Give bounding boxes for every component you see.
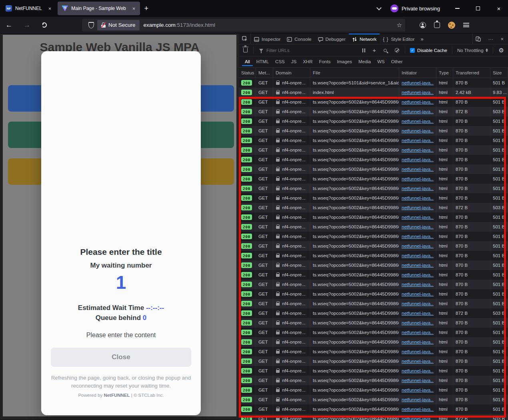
tab-close-icon[interactable]: × [132, 6, 136, 12]
table-row[interactable]: 200GETnf4-onpre...ts.wseq?opcode=5002&ke… [239, 145, 508, 155]
filter-pill-js[interactable]: JS [288, 58, 299, 66]
initiator-link[interactable]: netfunnel-java... [402, 397, 434, 402]
devtools-meatball-menu-icon[interactable]: ··· [485, 36, 496, 42]
table-row[interactable]: 200GETnf4-onpre...ts.wseq?opcode=5002&ke… [239, 155, 508, 164]
column-header[interactable]: Transferred [453, 68, 490, 78]
initiator-link[interactable]: netfunnel-java... [402, 80, 434, 85]
disable-cache-control[interactable]: ✓ Disable Cache [410, 48, 447, 53]
initiator-link[interactable]: netfunnel-java... [402, 407, 434, 412]
table-row[interactable]: 200GETnf4-onpre...ts.wseq?opcode=5002&ke… [239, 260, 508, 270]
not-secure-chip[interactable]: Not Secure [97, 20, 140, 30]
filter-pill-xhr[interactable]: XHR [300, 58, 315, 66]
extensions-puzzle-icon[interactable] [434, 22, 440, 28]
tab-close-icon[interactable]: × [48, 6, 52, 12]
table-row[interactable]: 200GETnf4-onpre...ts.wseq?opcode=5002&ke… [239, 222, 508, 232]
filter-pill-html[interactable]: HTML [254, 58, 272, 66]
modal-close-button[interactable]: Close [51, 348, 191, 367]
column-header[interactable]: Type [436, 68, 453, 78]
initiator-link[interactable]: netfunnel-java... [402, 215, 434, 220]
table-row[interactable]: 200GETnf4-onpre...ts.wseq?opcode=5002&ke… [239, 126, 508, 136]
filter-pill-css[interactable]: CSS [272, 58, 288, 66]
table-row[interactable]: 200GETnf4-onpre...ts.wseq?opcode=5002&ke… [239, 270, 508, 280]
filter-urls-input[interactable]: Filter URLs [266, 48, 359, 53]
pause-recording-icon[interactable] [362, 48, 366, 52]
table-row[interactable]: 200GETnf4-onpre...ts.wseq?opcode=5002&ke… [239, 251, 508, 260]
tab-console[interactable]: Console [284, 34, 314, 44]
devtools-close-icon[interactable]: × [498, 36, 506, 42]
table-row[interactable]: 200GETnf4-onpre...ts.wseq?opcode=5002&ke… [239, 289, 508, 299]
table-row[interactable]: 200GETnf4-onpre...ts.wseq?opcode=5002&ke… [239, 136, 508, 145]
initiator-link[interactable]: netfunnel-java... [402, 196, 434, 200]
initiator-link[interactable]: netfunnel-java... [402, 292, 434, 296]
table-row[interactable]: 200GETnf4-onpre...ts.wseq?opcode=5002&ke… [239, 97, 508, 107]
filter-pill-media[interactable]: Media [356, 58, 374, 66]
table-row[interactable]: 200GETnf4-onpre...ts.wseq?opcode=5002&ke… [239, 308, 508, 318]
shield-icon[interactable] [88, 22, 94, 28]
table-row[interactable]: 200GETnf4-onpre...ts.wseq?opcode=5101&si… [239, 78, 508, 88]
initiator-link[interactable]: netfunnel-java... [402, 388, 434, 392]
menu-hamburger-icon[interactable] [463, 23, 469, 27]
new-tab-button[interactable]: + [140, 4, 152, 13]
request-blocking-icon[interactable] [395, 48, 399, 52]
list-tabs-chevron-icon[interactable] [376, 5, 382, 10]
filter-pill-other[interactable]: Other [388, 58, 406, 66]
column-header[interactable]: Initiator [399, 68, 436, 78]
initiator-link[interactable]: netfunnel-java... [402, 368, 434, 373]
column-header[interactable]: Size [490, 68, 508, 78]
initiator-link[interactable]: netfunnel-java... [402, 90, 434, 95]
initiator-link[interactable]: netfunnel-java... [402, 100, 434, 104]
table-row[interactable]: 200GETnf4-onpre...ts.wseq?opcode=5002&ke… [239, 404, 508, 414]
filter-pill-ws[interactable]: WS [374, 58, 388, 66]
table-row[interactable]: 200GETnf4-onpre...ts.wseq?opcode=5002&ke… [239, 116, 508, 126]
minimize-button[interactable] [448, 2, 466, 15]
table-row[interactable]: 200GETnf4-onpre...index.htmlnetfunnel-ja… [239, 88, 508, 97]
initiator-link[interactable]: netfunnel-java... [402, 263, 434, 268]
window-close-button[interactable]: × [490, 2, 508, 15]
network-settings-gear-icon[interactable]: ⚙ [499, 47, 504, 54]
initiator-link[interactable]: netfunnel-java... [402, 330, 434, 335]
initiator-link[interactable]: netfunnel-java... [402, 301, 434, 306]
account-icon[interactable] [420, 22, 426, 28]
bookmark-star-icon[interactable]: ☆ [397, 22, 402, 29]
initiator-link[interactable]: netfunnel-java... [402, 119, 434, 124]
initiator-link[interactable]: netfunnel-java... [402, 416, 434, 420]
initiator-link[interactable]: netfunnel-java... [402, 311, 434, 316]
search-icon[interactable] [384, 49, 387, 52]
reload-button[interactable] [42, 22, 47, 28]
maximize-button[interactable] [469, 2, 487, 15]
browser-tab-netfunnel[interactable]: NF NetFUNNEL × [2, 2, 56, 15]
initiator-link[interactable]: netfunnel-java... [402, 272, 434, 277]
table-row[interactable]: 200GETnf4-onpre...ts.wseq?opcode=5002&ke… [239, 193, 508, 203]
table-row[interactable]: 200GETnf4-onpre...ts.wseq?opcode=5002&ke… [239, 328, 508, 337]
initiator-link[interactable]: netfunnel-java... [402, 349, 434, 354]
table-row[interactable]: 200GETnf4-onpre...ts.wseq?opcode=5002&ke… [239, 212, 508, 222]
browser-tab-main-page[interactable]: Main Page - Sample Web × [58, 2, 140, 15]
tab-debugger[interactable]: Debugger [315, 34, 349, 44]
url-bar[interactable]: Not Secure example.com:5173/index.html ☆ [82, 19, 405, 32]
disable-cache-checkbox[interactable]: ✓ [410, 48, 415, 53]
initiator-link[interactable]: netfunnel-java... [402, 176, 434, 181]
initiator-link[interactable]: netfunnel-java... [402, 253, 434, 258]
table-row[interactable]: 200GETnf4-onpre...ts.wseq?opcode=5002&ke… [239, 347, 508, 356]
table-row[interactable]: 200GETnf4-onpre...ts.wseq?opcode=5002&ke… [239, 395, 508, 404]
table-row[interactable]: 200GETnf4-onpre...ts.wseq?opcode=5002&ke… [239, 385, 508, 395]
initiator-link[interactable]: netfunnel-java... [402, 167, 434, 172]
column-header[interactable]: Domain [273, 68, 310, 78]
initiator-link[interactable]: netfunnel-java... [402, 128, 434, 133]
initiator-link[interactable]: netfunnel-java... [402, 109, 434, 114]
initiator-link[interactable]: netfunnel-java... [402, 378, 434, 383]
initiator-link[interactable]: netfunnel-java... [402, 234, 434, 239]
initiator-link[interactable]: netfunnel-java... [402, 340, 434, 344]
table-row[interactable]: 200GETnf4-onpre...ts.wseq?opcode=5002&ke… [239, 337, 508, 347]
initiator-link[interactable]: netfunnel-java... [402, 224, 434, 229]
table-row[interactable]: 200GETnf4-onpre...ts.wseq?opcode=5002&ke… [239, 299, 508, 308]
table-row[interactable]: 200GETnf4-onpre...ts.wseq?opcode=5002&ke… [239, 107, 508, 116]
pick-element-icon[interactable] [239, 34, 251, 44]
column-header[interactable]: Status [239, 68, 256, 78]
table-row[interactable]: 200GETnf4-onpre...ts.wseq?opcode=5002&ke… [239, 356, 508, 366]
new-request-plus-icon[interactable]: + [372, 47, 376, 54]
table-row[interactable]: 200GETnf4-onpre...ts.wseq?opcode=5002&ke… [239, 366, 508, 376]
tab-network[interactable]: Network [349, 34, 380, 44]
initiator-link[interactable]: netfunnel-java... [402, 138, 434, 143]
initiator-link[interactable]: netfunnel-java... [402, 148, 434, 152]
